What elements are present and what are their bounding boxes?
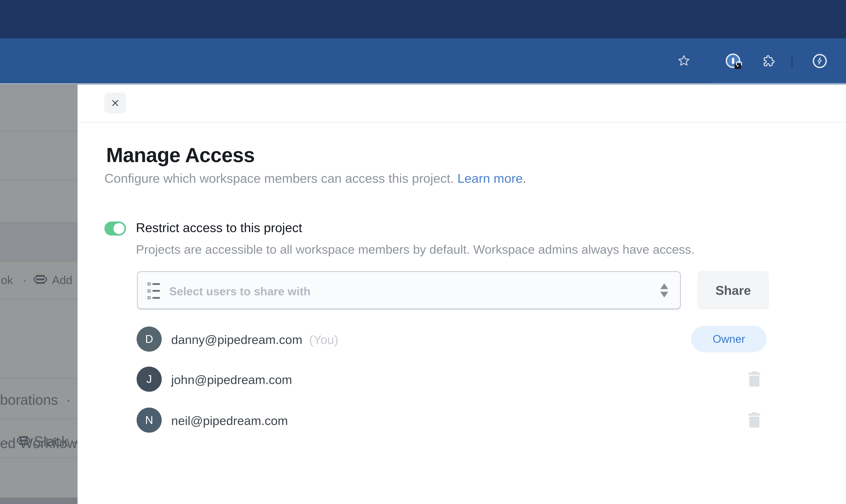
dark-row-behind-overlay — [0, 498, 77, 504]
toggle-knob — [113, 223, 124, 234]
row-divider — [0, 261, 77, 262]
separator-dot: · — [23, 273, 27, 287]
password-manager-icon[interactable] — [726, 54, 740, 68]
page-text-fragment: – — [73, 433, 77, 450]
member-email: danny@pipedream.com (You) — [171, 332, 338, 347]
member-email: neil@pipedream.com — [171, 414, 288, 428]
email-text: danny@pipedream.com — [171, 333, 302, 346]
window-content-edge — [0, 83, 846, 85]
owner-badge: Owner — [691, 326, 767, 352]
member-row: D danny@pipedream.com (You) Owner — [77, 326, 846, 352]
share-button[interactable]: Share — [698, 271, 769, 309]
page-text-fragment: Add — [52, 273, 72, 287]
member-row: J john@pipedream.com — [77, 366, 846, 392]
selected-row-highlight — [0, 222, 77, 261]
avatar: D — [137, 326, 162, 352]
extensions-puzzle-icon[interactable] — [761, 54, 775, 68]
manage-access-modal: Manage Access Configure which workspace … — [77, 85, 846, 504]
lock-badge-icon — [735, 63, 741, 69]
keyhole-bar-icon — [732, 58, 734, 64]
share-users-select[interactable]: Select users to share with — [137, 271, 681, 309]
list-items-icon — [147, 283, 161, 299]
toolbar-separator — [792, 54, 792, 68]
profile-avatar-icon[interactable] — [813, 54, 827, 68]
member-email: john@pipedream.com — [171, 373, 292, 387]
close-icon — [110, 98, 120, 108]
row-divider — [0, 378, 77, 379]
page-text-fragment: borations — [0, 392, 58, 408]
description-text: Configure which workspace members can ac… — [104, 171, 457, 185]
avatar: N — [137, 408, 162, 433]
browser-toolbar — [0, 38, 846, 83]
row-divider — [0, 457, 77, 458]
workflow-icon — [34, 274, 47, 285]
page-text-fragment: Slack — [34, 433, 69, 450]
workflow-icon — [17, 435, 30, 447]
page-description: Configure which workspace members can ac… — [104, 171, 526, 186]
dimmed-page-overlay: ok · Add ed Workflow borations · · Slack… — [0, 85, 77, 504]
up-down-arrows-icon — [660, 283, 668, 298]
remove-member-trash-icon[interactable] — [747, 371, 761, 387]
row-divider — [0, 131, 77, 131]
screenshot-root: ok · Add ed Workflow borations · · Slack… — [0, 0, 846, 504]
select-placeholder: Select users to share with — [169, 285, 311, 298]
bookmark-star-icon[interactable] — [677, 54, 691, 68]
page-title: Manage Access — [106, 144, 255, 167]
row-divider — [0, 299, 77, 299]
avatar: J — [137, 366, 162, 392]
member-row: N neil@pipedream.com — [77, 408, 846, 433]
you-label: (You) — [309, 333, 338, 346]
row-divider — [0, 180, 77, 181]
header-divider — [77, 122, 846, 123]
row-divider — [0, 222, 77, 223]
learn-more-link[interactable]: Learn more — [457, 171, 523, 185]
restrict-access-help: Projects are accessible to all workspace… — [136, 242, 695, 256]
restrict-access-toggle[interactable] — [104, 221, 126, 236]
browser-tab-bar — [0, 0, 846, 38]
restrict-access-label: Restrict access to this project — [136, 220, 302, 235]
close-button[interactable] — [104, 93, 126, 113]
row-divider — [0, 418, 77, 419]
description-period: . — [523, 171, 526, 185]
remove-member-trash-icon[interactable] — [747, 412, 761, 428]
page-text-fragment: ok — [1, 273, 13, 287]
separator-dot: · — [4, 433, 9, 450]
separator-dot: · — [66, 392, 71, 408]
